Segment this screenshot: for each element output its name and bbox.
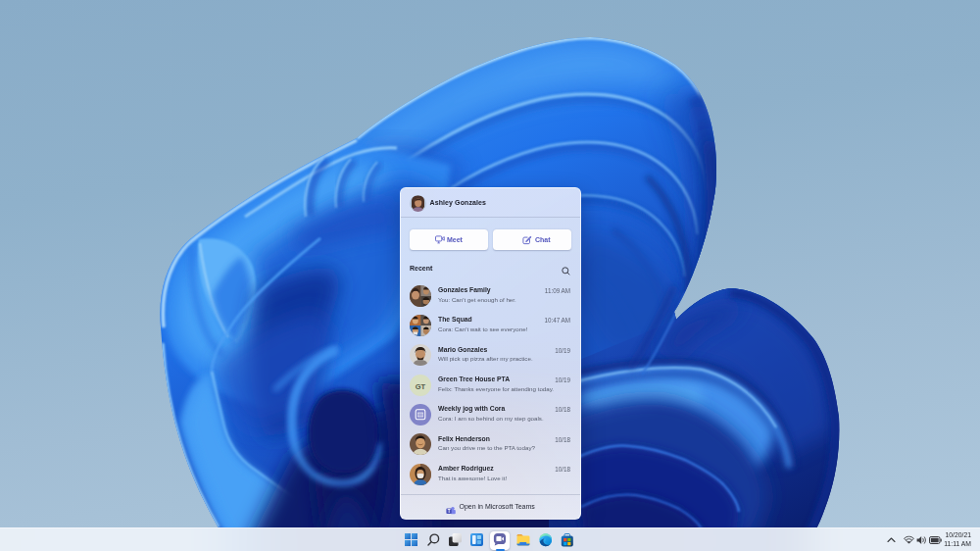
svg-text:T: T — [448, 508, 451, 513]
svg-text:GT: GT — [416, 381, 426, 390]
